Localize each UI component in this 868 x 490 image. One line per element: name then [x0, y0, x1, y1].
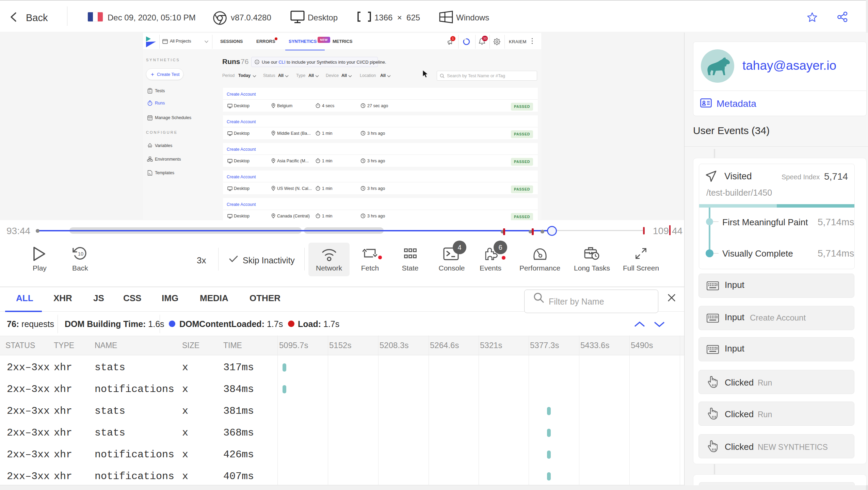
svg-text:10: 10 [78, 251, 83, 257]
